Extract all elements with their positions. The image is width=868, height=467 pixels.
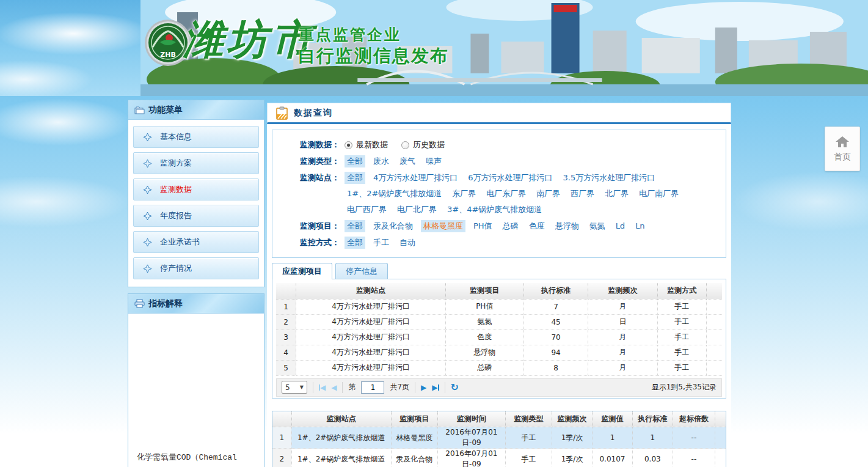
filter-option[interactable]: 全部: [345, 220, 365, 232]
filter-option[interactable]: 手工: [371, 237, 392, 249]
filter-row-method: 监控方式： 全部 手工 自动: [300, 237, 720, 249]
page-number-input[interactable]: [361, 381, 384, 394]
cell-freq: 1季/次: [552, 427, 593, 449]
cell-freq: 月: [588, 345, 657, 360]
filter-row-station: 监测站点： 全部 4万方污水处理厂排污口 6万方污水处理厂排污口 3.5万方污水…: [300, 172, 720, 216]
filter-option[interactable]: 自动: [397, 237, 418, 249]
page-size-select[interactable]: 5 ▼: [282, 381, 307, 394]
filter-option[interactable]: 悬浮物: [553, 220, 582, 232]
filter-option[interactable]: 北厂界: [602, 188, 631, 200]
header-freq: 监测频次: [588, 283, 657, 299]
home-button[interactable]: 首页: [825, 127, 860, 171]
header-num: [272, 411, 291, 427]
filter-option[interactable]: 总磷: [500, 220, 521, 232]
header-over: 超标倍数: [673, 411, 715, 427]
cell-standard: 45: [523, 314, 588, 329]
cell-time: 2016年07月01日-09: [437, 427, 505, 449]
filter-option[interactable]: 南厂界: [534, 188, 563, 200]
last-page-button[interactable]: ▶: [432, 384, 439, 391]
prev-page-button[interactable]: ◀: [331, 384, 337, 391]
filter-option[interactable]: 全部: [345, 155, 365, 167]
monitoring-data-box: 监测站点 监测项目 监测时间 监测类型 监测频次 监测值 执行标准 超标倍数 1…: [272, 411, 726, 467]
sidebar-item-shutdown[interactable]: 停产情况: [133, 257, 259, 279]
filter-option[interactable]: PH值: [471, 220, 495, 232]
indicator-marquee-text: 化学需氧量COD（Chemical: [137, 452, 237, 463]
filter-option[interactable]: 电厂北厂界: [395, 204, 439, 216]
filter-option[interactable]: Ld: [613, 220, 628, 232]
filter-option[interactable]: 3.5万方污水处理厂排污口: [561, 172, 658, 184]
cell-station: 4万方污水处理厂排污口: [296, 360, 446, 375]
filter-option[interactable]: 电厂南厂界: [636, 188, 681, 200]
table-header-row: 监测站点 监测项目 监测时间 监测类型 监测频次 监测值 执行标准 超标倍数: [272, 411, 726, 427]
header-spacer: [706, 283, 722, 299]
filter-option[interactable]: 1#、2#锅炉废气排放烟道: [345, 188, 444, 200]
radio-latest-data[interactable]: 最新数据: [345, 139, 388, 151]
home-button-label: 首页: [834, 152, 851, 163]
sidebar-item-commitment[interactable]: 企业承诺书: [133, 231, 259, 253]
header-item: 监测项目: [391, 411, 437, 427]
table-row: 3 4万方污水处理厂排污口 色度 70 月 手工: [276, 329, 722, 345]
cell-spacer: [706, 329, 722, 345]
refresh-icon[interactable]: ↻: [451, 381, 459, 393]
header-num: [276, 283, 296, 299]
cell-value: 0.0107: [593, 449, 633, 467]
header-method: 监测方式: [657, 283, 706, 299]
cell-spacer: [706, 360, 722, 375]
filter-option[interactable]: 电厂东厂界: [484, 188, 528, 200]
radio-history-data[interactable]: 历史数据: [401, 139, 445, 151]
filter-option[interactable]: 4万方污水处理厂排污口: [371, 172, 460, 184]
filter-option[interactable]: 氨氮: [587, 220, 608, 232]
cell-item: 汞及化合物: [391, 449, 437, 467]
cell-item: 氨氮: [445, 314, 523, 329]
sidebar-item-annual-report[interactable]: 年度报告: [133, 205, 259, 227]
filter-option[interactable]: 电厂西厂界: [345, 204, 389, 216]
sidebar-item-basic-info[interactable]: 基本信息: [133, 126, 259, 148]
filter-option[interactable]: 噪声: [423, 155, 444, 167]
cell-item: PH值: [445, 299, 523, 314]
filter-label: 监测类型：: [300, 155, 340, 167]
filter-option[interactable]: 废水: [371, 155, 392, 167]
cell-station: 4万方污水处理厂排污口: [296, 345, 446, 360]
sidebar: 功能菜单 基本信息 监测方案 监测数据 年度报告 企业承诺书: [128, 100, 264, 467]
filter-option[interactable]: 色度: [527, 220, 547, 232]
next-page-button[interactable]: ▶: [421, 384, 426, 391]
sidebar-item-monitor-plan[interactable]: 监测方案: [133, 152, 259, 174]
filter-option[interactable]: Ln: [633, 220, 647, 232]
cell-freq: 月: [588, 329, 657, 345]
cell-spacer: [706, 345, 722, 360]
cell-over: --: [673, 427, 715, 449]
filter-label: 监测站点：: [300, 172, 340, 184]
cell-standard: 1: [632, 427, 673, 449]
table-row: 1 4万方污水处理厂排污口 PH值 7 月 手工: [276, 299, 722, 314]
filter-option[interactable]: 汞及化合物: [371, 220, 415, 232]
folder-icon: [134, 106, 145, 114]
filter-option[interactable]: 全部: [345, 237, 365, 249]
filter-label: 监控方式：: [300, 237, 340, 249]
indicator-title: 指标解释: [148, 298, 183, 309]
filter-option[interactable]: 3#、4#锅炉废气排放烟道: [445, 204, 544, 216]
sidebar-item-monitor-data[interactable]: 监测数据: [133, 178, 259, 200]
header-time: 监测时间: [437, 411, 505, 427]
filter-option[interactable]: 6万方污水处理厂排污口: [465, 172, 555, 184]
cell-item: 色度: [445, 329, 523, 345]
cell-method: 手工: [657, 360, 706, 375]
first-page-button[interactable]: ◀: [319, 384, 326, 391]
filter-option[interactable]: 废气: [397, 155, 418, 167]
filter-option[interactable]: 东厂界: [450, 188, 478, 200]
table-header-row: 监测站点 监测项目 执行标准 监测频次 监测方式: [276, 283, 722, 299]
query-filter-box: 监测数据： 最新数据 历史数据 监测类型： 全部 废水 废气 噪声: [272, 130, 726, 258]
row-num: 4: [276, 345, 296, 360]
cell-spacer: [715, 427, 726, 449]
filter-option[interactable]: 西厂界: [568, 188, 597, 200]
tab-monitoring-items[interactable]: 应监测项目: [272, 263, 332, 279]
radio-icon: [401, 141, 409, 149]
tab-shutdown-info[interactable]: 停产信息: [335, 263, 388, 279]
home-icon: [835, 136, 850, 148]
indicator-header: 指标解释: [128, 294, 264, 314]
cell-item: 总磷: [445, 360, 523, 375]
filter-row-data: 监测数据： 最新数据 历史数据: [300, 139, 720, 151]
sidebar-item-label: 基本信息: [160, 131, 192, 142]
filter-option[interactable]: 全部: [345, 172, 365, 184]
filter-option-highlighted[interactable]: 林格曼黑度: [421, 220, 465, 232]
cell-type: 手工: [505, 427, 552, 449]
